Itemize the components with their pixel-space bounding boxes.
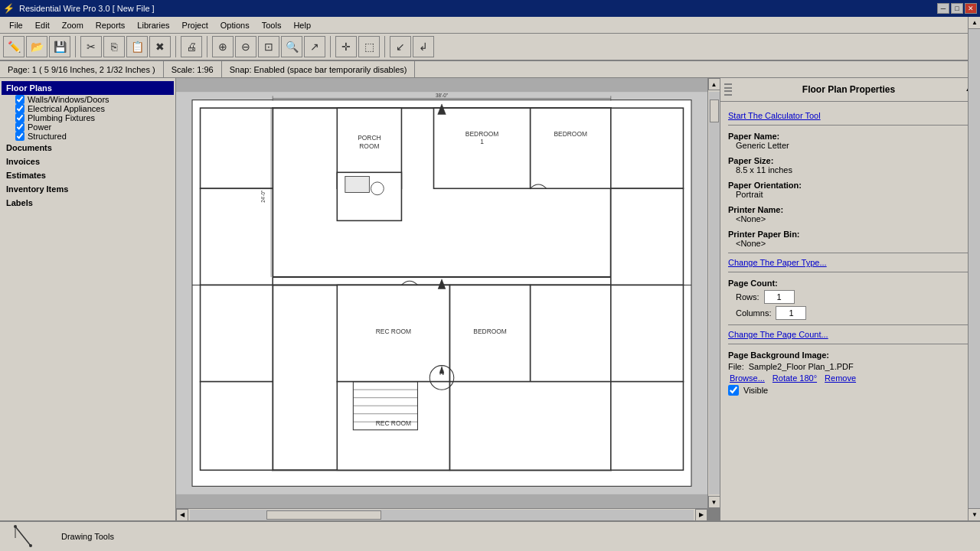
svg-rect-33: [201, 382, 273, 471]
remove-link[interactable]: Remove: [825, 373, 856, 383]
rows-row: Rows:: [728, 290, 972, 304]
visible-label: Visible: [743, 386, 768, 395]
change-page-count-link[interactable]: Change The Page Count...: [728, 330, 972, 339]
tree-child-plumbing-fixtures[interactable]: Plumbing Fixtures: [2, 113, 174, 122]
svg-rect-30: [201, 108, 273, 188]
rotate-link[interactable]: Rotate 180°: [773, 373, 817, 383]
menu-item-project[interactable]: Project: [176, 19, 214, 31]
crosshair-btn[interactable]: ✛: [335, 36, 357, 57]
tree-child-structured[interactable]: Structured: [2, 132, 174, 141]
app-icon: ⚡: [3, 3, 15, 14]
status-scale: Scale: 1:96: [164, 61, 222, 77]
vertical-scrollbar[interactable]: ▲ ▼: [707, 78, 720, 508]
file-name: Sample2_Floor Plan_1.PDF: [749, 362, 854, 371]
svg-rect-34: [611, 108, 684, 188]
change-paper-type-link[interactable]: Change The Paper Type...: [728, 258, 972, 267]
paper-name-label: Paper Name:: [728, 132, 972, 141]
menu-item-zoom[interactable]: Zoom: [56, 19, 90, 31]
printer-name-value: <None>: [728, 214, 972, 223]
svg-rect-12: [345, 177, 370, 193]
tree-child-power[interactable]: Power: [2, 122, 174, 132]
menu-item-reports[interactable]: Reports: [90, 19, 132, 31]
print-btn[interactable]: 🖨: [181, 36, 202, 57]
cut-btn[interactable]: ✂: [80, 36, 102, 57]
select-btn[interactable]: ⬚: [358, 36, 380, 57]
menu-item-tools[interactable]: Tools: [256, 19, 288, 31]
save-btn[interactable]: 💾: [49, 36, 70, 57]
scroll-down-button[interactable]: ▼: [708, 496, 720, 508]
tree-root-floor-plans[interactable]: Floor Plans: [2, 81, 174, 95]
scroll-up-button[interactable]: ▲: [708, 78, 720, 90]
app-title: Residential Wire Pro 3.0 [ New File ]: [19, 4, 155, 13]
right-panel: Floor Plan Properties ▲ Start The Calcul…: [720, 78, 980, 520]
file-row: File: Sample2_Floor Plan_1.PDF: [728, 362, 972, 371]
menu-item-libraries[interactable]: Libraries: [131, 19, 175, 31]
toolbar-separator: [384, 36, 385, 57]
rows-input[interactable]: [764, 290, 795, 304]
toolbar: ✏️📂💾✂⎘📋✖🖨⊕⊖⊡🔍↗✛⬚↙↲: [0, 34, 980, 61]
svg-text:ROOM: ROOM: [359, 142, 379, 150]
right-panel-title: Floor Plan Properties: [736, 84, 962, 95]
title-bar: ⚡ Residential Wire Pro 3.0 [ New File ] …: [0, 0, 980, 17]
separator-1: [728, 125, 972, 126]
tree-section-inventory-items[interactable]: Inventory Items: [2, 182, 174, 196]
scroll-thumb-h[interactable]: [266, 510, 381, 520]
horizontal-scrollbar[interactable]: ◀ ▶: [176, 508, 707, 520]
zoom-prev-btn[interactable]: ↗: [304, 36, 325, 57]
canvas-area[interactable]: PORCH ROOM BEDROOM 1 BEDROOM: [176, 78, 720, 520]
tree-section-labels[interactable]: Labels: [2, 196, 174, 210]
right-scroll-down[interactable]: ▼: [969, 508, 980, 520]
paper-size-label: Paper Size:: [728, 156, 972, 165]
scroll-track-h[interactable]: [190, 510, 694, 520]
cols-input[interactable]: [776, 306, 806, 320]
zoom-out-btn[interactable]: ⊖: [235, 36, 256, 57]
right-scroll-up[interactable]: ▲: [969, 17, 980, 29]
tree-child-walls-windows-doors[interactable]: Walls/Windows/Doors: [2, 95, 174, 104]
title-bar-left: ⚡ Residential Wire Pro 3.0 [ New File ]: [3, 3, 155, 14]
title-bar-controls: ─ □ ✕: [937, 3, 977, 14]
main-layout: Floor Plans Walls/Windows/DoorsElectrica…: [0, 78, 980, 520]
visible-checkbox[interactable]: [728, 385, 739, 396]
svg-rect-20: [450, 382, 611, 471]
menu-item-file[interactable]: File: [3, 19, 29, 31]
scroll-left-button[interactable]: ◀: [176, 509, 188, 521]
corner-btn[interactable]: ↙: [390, 36, 411, 57]
separator-5: [728, 344, 972, 344]
status-bar: Page: 1 ( 5 9/16 Inches, 2 1/32 Inches )…: [0, 61, 980, 78]
toolbar-separator: [75, 36, 76, 57]
menu-item-edit[interactable]: Edit: [29, 19, 56, 31]
cols-label: Columns:: [728, 308, 771, 318]
scroll-right-button[interactable]: ▶: [695, 509, 707, 521]
printer-paper-bin-label: Printer Paper Bin:: [728, 230, 972, 239]
maximize-button[interactable]: □: [951, 3, 963, 14]
edit-btn[interactable]: ✏️: [3, 36, 24, 57]
delete-btn[interactable]: ✖: [149, 36, 171, 57]
corner2-btn[interactable]: ↲: [413, 36, 434, 57]
paste-btn[interactable]: 📋: [126, 36, 148, 57]
svg-text:24'-0": 24'-0": [260, 191, 266, 203]
menu-item-help[interactable]: Help: [287, 19, 317, 31]
minimize-button[interactable]: ─: [937, 3, 949, 14]
drawing-tools-icon: [8, 523, 46, 550]
tree-section-documents[interactable]: Documents: [2, 141, 174, 155]
scroll-thumb-v[interactable]: [710, 99, 719, 122]
open-btn[interactable]: 📂: [26, 36, 47, 57]
right-panel-header: Floor Plan Properties ▲: [720, 78, 980, 102]
zoom-fit-btn[interactable]: ⊡: [258, 36, 279, 57]
scroll-track-v[interactable]: [709, 92, 720, 494]
zoom-btn[interactable]: 🔍: [281, 36, 302, 57]
zoom-in-btn[interactable]: ⊕: [212, 36, 234, 57]
tree-section-estimates[interactable]: Estimates: [2, 168, 174, 182]
copy-btn[interactable]: ⎘: [103, 36, 125, 57]
svg-text:1: 1: [480, 138, 484, 145]
menu-item-options[interactable]: Options: [214, 19, 256, 31]
svg-text:REC ROOM: REC ROOM: [376, 420, 411, 428]
right-panel-scrollbar[interactable]: ▲ ▼: [968, 17, 980, 520]
browse-link[interactable]: Browse...: [730, 373, 765, 383]
close-button[interactable]: ✕: [965, 3, 977, 14]
calculator-tool-link[interactable]: Start The Calculator Tool: [728, 111, 972, 120]
tree-child-electrical-appliances[interactable]: Electrical Appliances: [2, 104, 174, 113]
separator-2: [728, 253, 972, 253]
svg-rect-5: [531, 108, 611, 188]
tree-section-invoices[interactable]: Invoices: [2, 155, 174, 168]
